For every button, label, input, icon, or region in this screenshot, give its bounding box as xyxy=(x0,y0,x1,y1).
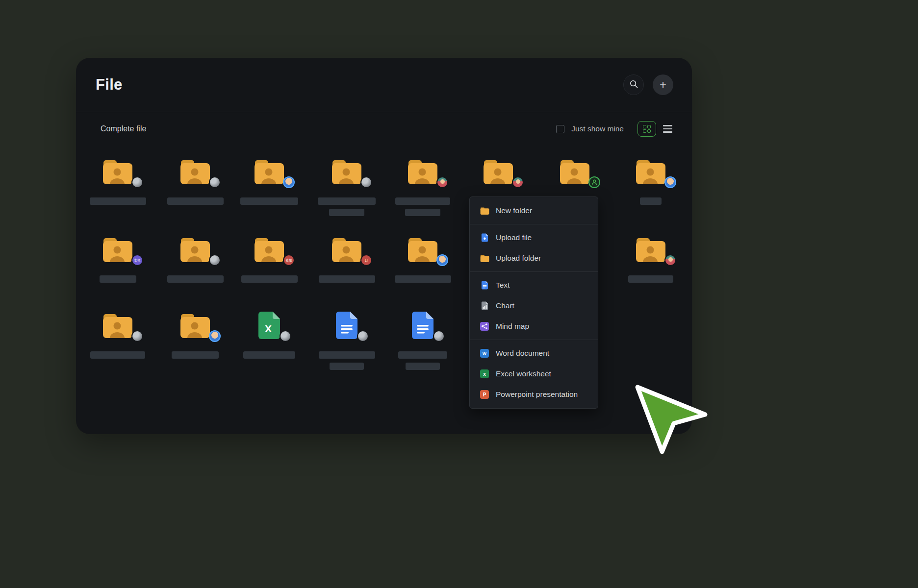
context-menu: New folderUpload fileUpload folderTextCh… xyxy=(469,196,598,409)
file-tile[interactable] xyxy=(83,311,152,359)
avatar-red: 张楚 xyxy=(283,254,295,266)
avatar-cat xyxy=(360,176,372,188)
svg-text:X: X xyxy=(265,323,272,334)
file-name-placeholder xyxy=(319,275,375,283)
file-tile[interactable] xyxy=(540,157,609,186)
folder-icon xyxy=(480,207,489,215)
file-name-placeholder xyxy=(405,209,440,216)
folder-icon xyxy=(254,157,285,186)
menu-item-new-folder[interactable]: New folder xyxy=(470,200,598,221)
file-tile[interactable] xyxy=(388,311,457,370)
desktop-background: { "window": { "title": "File" }, "toolba… xyxy=(0,0,918,588)
file-tile[interactable]: 张楚 xyxy=(235,235,304,283)
menu-item-chart[interactable]: Chart xyxy=(470,295,598,316)
file-name-placeholder xyxy=(167,275,224,283)
file-name-placeholder xyxy=(628,275,673,283)
menu-item-label: Excel worksheet xyxy=(496,369,551,378)
avatar-boy xyxy=(436,254,448,266)
svg-text:x: x xyxy=(483,371,486,377)
file-app-window: File + Complete file Just show mine xyxy=(76,58,692,434)
file-tile[interactable] xyxy=(161,311,230,359)
folder-icon: LI xyxy=(331,235,362,264)
avatar-boy xyxy=(209,330,221,342)
file-tile[interactable] xyxy=(616,235,685,283)
ppt-icon: P xyxy=(480,390,489,399)
file-tile[interactable]: LI xyxy=(312,235,381,283)
file-tile[interactable] xyxy=(464,157,533,186)
menu-item-label: Chart xyxy=(496,301,514,310)
folder-icon: 张楚 xyxy=(254,235,285,264)
file-name-placeholder xyxy=(172,351,219,359)
folder-icon xyxy=(407,235,438,264)
file-name-placeholder xyxy=(167,197,224,205)
menu-divider xyxy=(470,340,598,340)
avatar-cat xyxy=(209,254,221,266)
word-icon: w xyxy=(480,349,489,358)
file-tile[interactable] xyxy=(161,235,230,283)
folder-icon xyxy=(331,157,362,186)
folder-icon xyxy=(407,157,438,186)
avatar-cat xyxy=(131,176,143,188)
menu-item-text[interactable]: Text xyxy=(470,275,598,295)
avatar-boy xyxy=(283,176,295,188)
file-name-placeholder xyxy=(398,351,447,359)
folder-icon: 志程 xyxy=(102,235,133,264)
file-tile[interactable] xyxy=(161,157,230,205)
folder-icon xyxy=(480,254,489,263)
avatar-girl xyxy=(664,254,676,266)
file-name-placeholder xyxy=(240,197,298,205)
excel-icon: X xyxy=(257,311,281,340)
avatar-boy xyxy=(664,176,676,188)
menu-item-label: Upload file xyxy=(496,233,532,242)
avatar-red: LI xyxy=(360,254,372,266)
file-tile[interactable] xyxy=(312,157,381,216)
file-tile[interactable]: 志程 xyxy=(83,235,152,283)
avatar-cat xyxy=(131,330,143,342)
menu-item-upload-file[interactable]: Upload file xyxy=(470,227,598,248)
menu-item-powerpoint-presentation[interactable]: PPowerpoint presentation xyxy=(470,384,598,405)
menu-item-label: New folder xyxy=(496,206,532,215)
folder-icon xyxy=(635,157,666,186)
avatar-cat xyxy=(209,176,221,188)
file-tile[interactable] xyxy=(616,157,685,205)
file-name-placeholder xyxy=(90,197,146,205)
file-tile[interactable] xyxy=(83,157,152,205)
file-name-placeholder xyxy=(395,275,451,283)
menu-item-label: Text xyxy=(496,281,510,290)
svg-text:w: w xyxy=(482,351,486,356)
folder-icon xyxy=(635,235,666,264)
folder-icon xyxy=(102,157,133,186)
file-grid: 志程张楚LIX xyxy=(76,58,692,434)
menu-item-label: Upload folder xyxy=(496,254,541,263)
menu-item-excel-worksheet[interactable]: xExcel worksheet xyxy=(470,364,598,384)
file-name-placeholder xyxy=(319,351,375,359)
folder-icon xyxy=(179,157,211,186)
file-tile[interactable] xyxy=(312,311,381,370)
file-name-placeholder xyxy=(330,363,364,370)
avatar-girl xyxy=(436,176,448,188)
menu-item-upload-folder[interactable]: Upload folder xyxy=(470,248,598,269)
folder-icon xyxy=(483,157,514,186)
avatar-girl xyxy=(512,176,524,188)
menu-item-label: Mind map xyxy=(496,322,529,331)
file-tile[interactable]: X xyxy=(235,311,304,359)
avatar-cat xyxy=(433,330,445,342)
menu-item-mind-map[interactable]: Mind map xyxy=(470,316,598,337)
avatar-cat xyxy=(280,330,291,342)
cursor-arrow xyxy=(632,382,712,459)
file-tile[interactable] xyxy=(388,157,457,216)
menu-item-label: Word document xyxy=(496,349,549,358)
folder-icon xyxy=(179,235,211,264)
file-tile[interactable] xyxy=(388,235,457,283)
chart-icon xyxy=(480,301,489,310)
text-icon xyxy=(480,281,489,290)
mindmap-icon xyxy=(480,322,489,331)
file-name-placeholder xyxy=(318,197,376,205)
file-name-placeholder xyxy=(640,197,662,205)
file-tile[interactable] xyxy=(235,157,304,205)
file-name-placeholder xyxy=(100,275,136,283)
avatar-share xyxy=(588,176,600,188)
file-name-placeholder xyxy=(329,209,364,216)
menu-item-word-document[interactable]: wWord document xyxy=(470,343,598,364)
file-name-placeholder xyxy=(241,275,298,283)
